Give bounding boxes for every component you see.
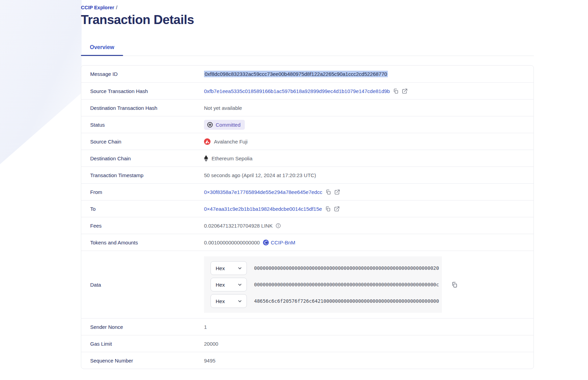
source-transaction-hash-label: Source Transaction Hash: [81, 88, 204, 94]
copy-icon[interactable]: [451, 281, 458, 288]
breadcrumb: CCIP Explorer/: [81, 0, 534, 10]
committed-status-icon: [207, 122, 213, 128]
external-link-icon[interactable]: [334, 206, 340, 212]
avalanche-logo-icon: [204, 138, 211, 145]
hex-format-value: Hex: [216, 282, 225, 288]
data-hex-box: Hex 000000000000000000000000000000000000…: [204, 256, 442, 313]
gas-limit-label: Gas Limit: [81, 341, 204, 347]
hex-format-select[interactable]: Hex: [211, 261, 247, 275]
transaction-details-page: CCIP Explorer/ Transaction Details Overv…: [81, 0, 534, 369]
table-row-gas-limit: Gas Limit 20000: [81, 335, 533, 352]
status-badge: Committed: [204, 120, 245, 130]
fees-label: Fees: [81, 223, 204, 229]
ethereum-logo-icon: [204, 155, 208, 162]
destination-chain-label: Destination Chain: [81, 156, 204, 161]
destination-transaction-hash-label: Destination Transaction Hash: [81, 105, 204, 111]
table-row-tokens-and-amounts: Tokens and Amounts 0.001000000000000000 …: [81, 234, 533, 251]
data-hex-line: Hex 48656c6c6f20576f726c6421000000000000…: [211, 294, 442, 308]
sender-nonce-label: Sender Nonce: [81, 324, 204, 330]
background-gradient-decoration: [0, 0, 82, 179]
details-panel: Message ID 0xf8dc098c832332ac59ccc73ee00…: [81, 65, 534, 369]
table-row-source-transaction-hash: Source Transaction Hash 0xfb7e1eea5335c0…: [81, 82, 533, 99]
data-hex-value: 0000000000000000000000000000000000000000…: [254, 265, 439, 271]
table-row-transaction-timestamp: Transaction Timestamp 50 seconds ago (Ap…: [81, 166, 533, 183]
page-title: Transaction Details: [81, 13, 534, 27]
chevron-down-icon: [237, 266, 242, 271]
status-badge-text: Committed: [216, 122, 241, 128]
copy-icon[interactable]: [325, 189, 331, 195]
table-row-message-id: Message ID 0xf8dc098c832332ac59ccc73ee00…: [81, 66, 533, 82]
transaction-timestamp-value: 50 seconds ago (April 12, 2024 at 17:20:…: [204, 172, 316, 178]
source-chain-name: Avalanche Fuji: [214, 139, 248, 145]
table-row-data: Data Hex 0000000000000000000000000000000…: [81, 251, 533, 318]
tokens-and-amounts-label: Tokens and Amounts: [81, 240, 204, 245]
info-icon[interactable]: [276, 223, 281, 228]
transaction-timestamp-label: Transaction Timestamp: [81, 172, 204, 178]
table-row-to: To 0×47eaa31c9e2b1b1ba19824bedcbe0014c15…: [81, 200, 533, 217]
external-link-icon[interactable]: [334, 189, 340, 195]
message-id-label: Message ID: [81, 71, 204, 77]
tab-bar: Overview: [81, 40, 534, 56]
data-hex-value: 0000000000000000000000000000000000000000…: [254, 282, 439, 287]
table-row-destination-chain: Destination Chain Ethereum Sepolia: [81, 150, 533, 166]
destination-chain-name: Ethereum Sepolia: [212, 156, 252, 161]
source-chain-label: Source Chain: [81, 139, 204, 145]
sequence-number-label: Sequence Number: [81, 358, 204, 364]
data-hex-line: Hex 000000000000000000000000000000000000…: [211, 261, 442, 275]
breadcrumb-ccip-explorer-link[interactable]: CCIP Explorer: [81, 5, 114, 10]
sender-nonce-value: 1: [204, 324, 207, 330]
ccip-bnm-token-link[interactable]: CCIP-BnM: [263, 240, 296, 245]
tab-overview-label: Overview: [90, 44, 114, 50]
ccip-bnm-token-label: CCIP-BnM: [271, 240, 296, 245]
gas-limit-value: 20000: [204, 341, 218, 347]
data-label: Data: [81, 282, 204, 288]
breadcrumb-separator: /: [116, 5, 117, 10]
fees-value: 0.020647132170704928 LINK: [204, 223, 273, 229]
message-id-value: 0xf8dc098c832332ac59ccc73ee00b480975d8f1…: [204, 71, 388, 77]
hex-format-select[interactable]: Hex: [211, 278, 247, 291]
source-chain-value: Avalanche Fuji: [204, 138, 248, 145]
destination-transaction-hash-value: Not yet available: [204, 105, 242, 111]
table-row-sequence-number: Sequence Number 9495: [81, 352, 533, 369]
sequence-number-value: 9495: [204, 358, 215, 364]
external-link-icon[interactable]: [402, 88, 408, 94]
table-row-sender-nonce: Sender Nonce 1: [81, 318, 533, 335]
data-hex-value: 48656c6c6f20576f726c64210000000000000000…: [254, 298, 439, 304]
table-row-destination-transaction-hash: Destination Transaction Hash Not yet ava…: [81, 99, 533, 116]
to-address-link[interactable]: 0×47eaa31c9e2b1b1ba19824bedcbe0014c15df1…: [204, 206, 322, 212]
status-label: Status: [81, 122, 204, 128]
copy-icon[interactable]: [393, 88, 399, 94]
from-address-link[interactable]: 0×30f8358a7e17765894de55e294a78ee645e7ed…: [204, 189, 322, 195]
chevron-down-icon: [237, 282, 242, 287]
table-row-fees: Fees 0.020647132170704928 LINK: [81, 217, 533, 234]
copy-icon[interactable]: [325, 206, 331, 212]
table-row-source-chain: Source Chain Avalanche Fuji: [81, 133, 533, 150]
ccip-bnm-token-icon: [263, 240, 269, 245]
hex-format-value: Hex: [216, 298, 225, 304]
hex-format-value: Hex: [216, 265, 225, 271]
to-label: To: [81, 206, 204, 212]
data-hex-line: Hex 000000000000000000000000000000000000…: [211, 278, 442, 291]
tab-overview[interactable]: Overview: [81, 40, 123, 56]
from-label: From: [81, 189, 204, 195]
hex-format-select[interactable]: Hex: [211, 294, 247, 308]
token-amount-value: 0.001000000000000000: [204, 240, 260, 245]
source-transaction-hash-link[interactable]: 0xfb7e1eea5335c018589166b1ac597b618a9289…: [204, 88, 390, 94]
chevron-down-icon: [237, 299, 242, 304]
destination-chain-value: Ethereum Sepolia: [204, 155, 252, 162]
table-row-status: Status Committed: [81, 116, 533, 133]
table-row-from: From 0×30f8358a7e17765894de55e294a78ee64…: [81, 183, 533, 200]
